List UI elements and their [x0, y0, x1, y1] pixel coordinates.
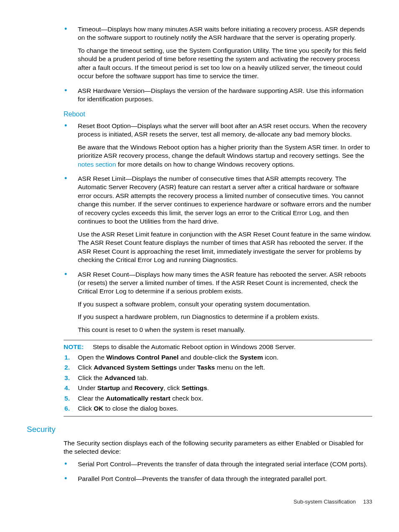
notes-section-link[interactable]: notes section	[78, 161, 116, 168]
bullet-parallel-port: Parallel Port Control—Prevents the trans…	[64, 475, 372, 483]
steps-list: Open the Windows Control Panel and doubl…	[64, 353, 372, 413]
reboot-bullets: Reset Boot Option—Displays what the serv…	[64, 122, 372, 334]
rule-top	[64, 340, 372, 340]
page-footer: Sub-system Classification 133	[27, 498, 372, 505]
step-5: Clear the Automatically restart check bo…	[64, 394, 372, 403]
bullet-asr-hw-version: ASR Hardware Version—Displays the versio…	[64, 87, 372, 104]
step-1: Open the Windows Control Panel and doubl…	[64, 353, 372, 362]
security-heading: Security	[27, 424, 372, 434]
para: ASR Reset Limit—Displays the number of c…	[78, 175, 372, 226]
page-number: 133	[363, 499, 372, 505]
para: Parallel Port Control—Prevents the trans…	[78, 475, 327, 482]
text: for more details on how to change Window…	[116, 161, 294, 168]
para: ASR Hardware Version—Displays the versio…	[78, 87, 372, 104]
para: This count is reset to 0 when the system…	[78, 326, 372, 334]
para: Use the ASR Reset Limit feature in conju…	[78, 230, 372, 265]
text: Be aware that the Windows Reboot option …	[78, 144, 370, 159]
para: Reset Boot Option—Displays what the serv…	[78, 122, 372, 139]
para: Timeout—Displays how many minutes ASR wa…	[78, 25, 372, 42]
security-bullets: Serial Port Control—Prevents the transfe…	[64, 460, 372, 483]
note-text: Steps to disable the Automatic Reboot op…	[93, 343, 296, 350]
bullet-reset-boot-option: Reset Boot Option—Displays what the serv…	[64, 122, 372, 169]
para: Serial Port Control—Prevents the transfe…	[78, 460, 368, 468]
top-bullets: Timeout—Displays how many minutes ASR wa…	[64, 25, 372, 104]
rule-bottom	[64, 416, 372, 416]
page-content: Timeout—Displays how many minutes ASR wa…	[64, 25, 372, 483]
para: ASR Reset Count—Displays how many times …	[78, 270, 372, 296]
security-intro: The Security section displays each of th…	[64, 439, 372, 456]
step-6: Click OK to close the dialog boxes.	[64, 404, 372, 413]
bullet-asr-reset-limit: ASR Reset Limit—Displays the number of c…	[64, 175, 372, 265]
para: If you suspect a software problem, consu…	[78, 300, 372, 308]
bullet-serial-port: Serial Port Control—Prevents the transfe…	[64, 460, 372, 468]
reboot-heading: Reboot	[64, 110, 372, 118]
bullet-timeout: Timeout—Displays how many minutes ASR wa…	[64, 25, 372, 81]
para: To change the timeout setting, use the S…	[78, 46, 372, 81]
para: If you suspect a hardware problem, run D…	[78, 313, 372, 321]
step-4: Under Startup and Recovery, click Settin…	[64, 384, 372, 392]
bullet-asr-reset-count: ASR Reset Count—Displays how many times …	[64, 270, 372, 334]
step-3: Click the Advanced tab.	[64, 374, 372, 382]
step-2: Click Advanced System Settings under Tas…	[64, 363, 372, 372]
note-label: NOTE:	[64, 343, 84, 350]
note-line: NOTE: Steps to disable the Automatic Reb…	[64, 343, 372, 351]
footer-label: Sub-system Classification	[294, 499, 356, 505]
para: Be aware that the Windows Reboot option …	[78, 143, 372, 169]
